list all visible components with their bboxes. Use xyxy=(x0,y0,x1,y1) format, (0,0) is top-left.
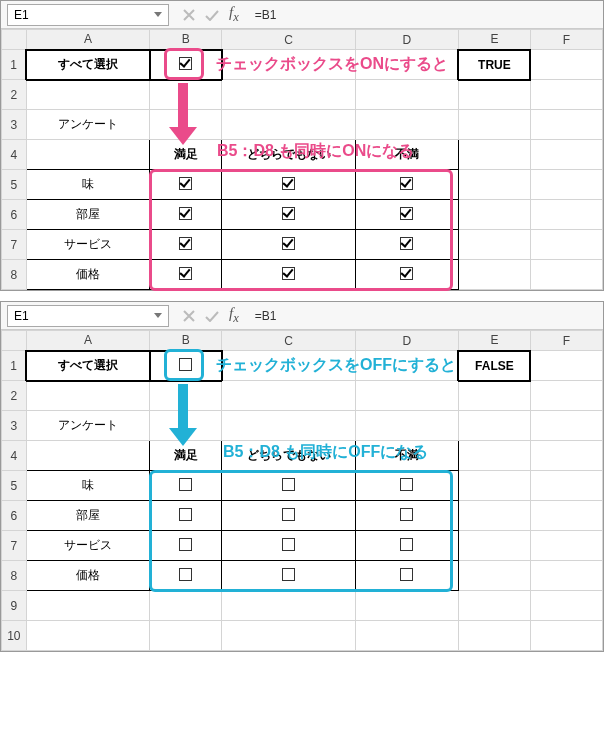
col-header[interactable]: D xyxy=(355,30,458,50)
cell-B8[interactable] xyxy=(150,260,222,290)
cell-C7[interactable] xyxy=(222,531,356,561)
cancel-icon[interactable] xyxy=(183,310,195,322)
formula-input[interactable]: =B1 xyxy=(247,309,603,323)
row-header[interactable]: 6 xyxy=(2,501,27,531)
cell[interactable] xyxy=(458,471,530,501)
cell[interactable] xyxy=(458,80,530,110)
cell-A5[interactable]: 味 xyxy=(26,471,149,501)
col-header[interactable]: B xyxy=(150,30,222,50)
cancel-icon[interactable] xyxy=(183,9,195,21)
checkbox-icon[interactable] xyxy=(400,177,413,190)
cell[interactable] xyxy=(222,80,356,110)
row-header[interactable]: 7 xyxy=(2,230,27,260)
cell-A6[interactable]: 部屋 xyxy=(26,200,149,230)
cell-A8[interactable]: 価格 xyxy=(26,561,149,591)
name-box[interactable]: E1 xyxy=(7,305,169,327)
cell-C4[interactable]: どちらでもない xyxy=(222,441,356,471)
row-header[interactable]: 2 xyxy=(2,381,27,411)
cell-B4[interactable]: 満足 xyxy=(150,140,222,170)
cell-A8[interactable]: 価格 xyxy=(26,260,149,290)
checkbox-icon[interactable] xyxy=(179,568,192,581)
checkbox-icon[interactable] xyxy=(282,508,295,521)
col-header[interactable]: A xyxy=(26,30,149,50)
checkbox-icon[interactable] xyxy=(282,237,295,250)
cell-D7[interactable] xyxy=(355,531,458,561)
cell-D5[interactable] xyxy=(355,471,458,501)
fx-icon[interactable]: fx xyxy=(229,4,239,25)
cell-A1[interactable]: すべて選択 xyxy=(26,50,149,80)
cell[interactable] xyxy=(355,381,458,411)
cell[interactable] xyxy=(222,591,356,621)
cell[interactable] xyxy=(458,381,530,411)
row-header[interactable]: 5 xyxy=(2,471,27,501)
checkbox-icon[interactable] xyxy=(400,568,413,581)
cell[interactable] xyxy=(530,351,602,381)
cell-A6[interactable]: 部屋 xyxy=(26,501,149,531)
cell[interactable] xyxy=(458,621,530,651)
cell[interactable] xyxy=(355,621,458,651)
fx-icon[interactable]: fx xyxy=(229,305,239,326)
cell-A7[interactable]: サービス xyxy=(26,531,149,561)
cell[interactable] xyxy=(530,230,602,260)
cell-A7[interactable]: サービス xyxy=(26,230,149,260)
checkbox-icon[interactable] xyxy=(179,508,192,521)
cell[interactable] xyxy=(222,351,356,381)
cell[interactable] xyxy=(530,80,602,110)
cell[interactable] xyxy=(150,621,222,651)
cell[interactable] xyxy=(530,471,602,501)
col-header[interactable]: A xyxy=(26,331,149,351)
cell[interactable] xyxy=(26,621,149,651)
cell-A3[interactable]: アンケート xyxy=(26,110,149,140)
checkbox-icon[interactable] xyxy=(282,568,295,581)
cell[interactable] xyxy=(150,591,222,621)
cell[interactable] xyxy=(222,381,356,411)
cell[interactable] xyxy=(530,50,602,80)
select-all-corner[interactable] xyxy=(2,331,27,351)
cell[interactable] xyxy=(458,200,530,230)
row-header[interactable]: 1 xyxy=(2,50,27,80)
cell[interactable] xyxy=(26,591,149,621)
checkbox-icon[interactable] xyxy=(400,207,413,220)
cell[interactable] xyxy=(150,110,222,140)
cell[interactable] xyxy=(458,441,530,471)
col-header[interactable]: B xyxy=(150,331,222,351)
cell-B8[interactable] xyxy=(150,561,222,591)
row-header[interactable]: 3 xyxy=(2,110,27,140)
checkbox-icon[interactable] xyxy=(282,478,295,491)
cell[interactable] xyxy=(458,230,530,260)
cell-B4[interactable]: 満足 xyxy=(150,441,222,471)
cell-C4[interactable]: どちらでもない xyxy=(222,140,356,170)
row-header[interactable]: 7 xyxy=(2,531,27,561)
col-header[interactable]: F xyxy=(530,331,602,351)
row-header[interactable]: 4 xyxy=(2,140,27,170)
cell[interactable] xyxy=(530,200,602,230)
cell[interactable] xyxy=(222,50,356,80)
cell[interactable] xyxy=(458,501,530,531)
cell[interactable] xyxy=(530,381,602,411)
cell[interactable] xyxy=(222,621,356,651)
cell[interactable] xyxy=(530,170,602,200)
cell-D8[interactable] xyxy=(355,260,458,290)
cell-C7[interactable] xyxy=(222,230,356,260)
checkbox-icon[interactable] xyxy=(282,538,295,551)
cell[interactable] xyxy=(530,561,602,591)
checkbox-icon[interactable] xyxy=(282,207,295,220)
checkbox-icon[interactable] xyxy=(179,207,192,220)
cell-A3[interactable]: アンケート xyxy=(26,411,149,441)
col-header[interactable]: C xyxy=(222,331,356,351)
checkbox-icon[interactable] xyxy=(179,358,192,371)
checkbox-icon[interactable] xyxy=(179,237,192,250)
cell[interactable] xyxy=(150,80,222,110)
row-header[interactable]: 1 xyxy=(2,351,27,381)
cell-B5[interactable] xyxy=(150,471,222,501)
select-all-corner[interactable] xyxy=(2,30,27,50)
cell-A1[interactable]: すべて選択 xyxy=(26,351,149,381)
checkbox-icon[interactable] xyxy=(179,267,192,280)
checkbox-icon[interactable] xyxy=(400,478,413,491)
cell-B7[interactable] xyxy=(150,230,222,260)
checkbox-icon[interactable] xyxy=(179,57,192,70)
cell[interactable] xyxy=(26,80,149,110)
cell[interactable] xyxy=(458,411,530,441)
enter-icon[interactable] xyxy=(205,9,219,21)
cell-E1[interactable]: TRUE xyxy=(458,50,530,80)
